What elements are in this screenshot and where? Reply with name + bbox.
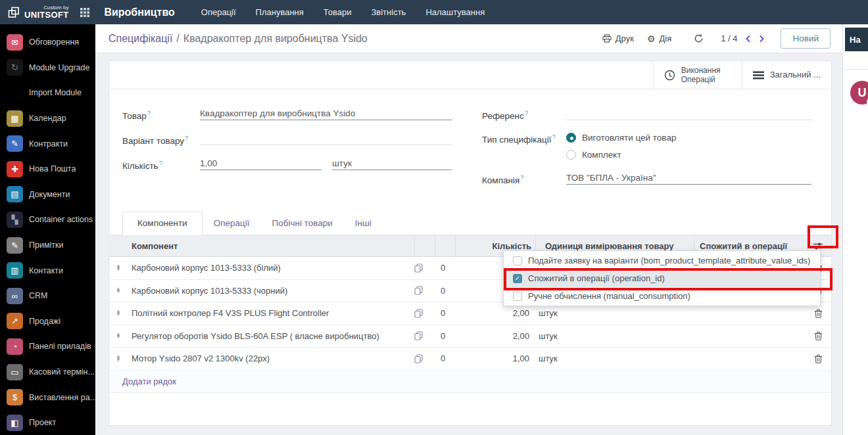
row-quantity[interactable]: 2,00: [454, 331, 529, 341]
radio-icon[interactable]: [566, 150, 576, 160]
variant-count: 0: [434, 354, 454, 363]
copy-icon[interactable]: [414, 286, 434, 295]
sidebar-item-module-upgrade[interactable]: ↻ Module Upgrade: [0, 55, 95, 81]
chevron-left-icon[interactable]: [745, 35, 751, 43]
apps-grid-icon[interactable]: [75, 0, 95, 24]
pager-value[interactable]: 1 / 4: [721, 34, 737, 43]
component-name[interactable]: Карбоновий корпус 1013-5333 (білий): [132, 263, 414, 273]
bom-type-option-kit[interactable]: Комплект: [566, 150, 811, 160]
stat-button-overview[interactable]: Загальний ...: [742, 61, 831, 89]
component-name[interactable]: Регулятор оборотів Ysido BLS-60A ESP ( в…: [132, 331, 414, 341]
row-quantity[interactable]: 2,00: [454, 308, 529, 318]
overlapping-squares-icon: [8, 7, 20, 18]
sidebar-item-crm[interactable]: ∞ CRM: [0, 283, 95, 309]
copy-icon[interactable]: [414, 354, 434, 363]
quantity-uom-field[interactable]: штук: [332, 158, 452, 170]
drag-handle-icon[interactable]: ▲▼: [116, 355, 132, 361]
help-marker: ?: [185, 134, 188, 141]
action-button[interactable]: ⚙ Дія: [647, 34, 671, 44]
app-name[interactable]: Виробництво: [104, 7, 174, 18]
sidebar-item-invoicing[interactable]: $ Виставлення ра...: [0, 384, 95, 410]
bom-type-option-manufacture[interactable]: Виготовляти цей товар: [566, 133, 811, 143]
right-panel-button[interactable]: На: [845, 28, 868, 51]
company-field[interactable]: ТОВ "БПЛА - Україна": [566, 173, 811, 185]
header-component: Компонент: [132, 241, 414, 251]
menu-products[interactable]: Товари: [324, 7, 352, 17]
sidebar-item-contracts[interactable]: ✎ Контракти: [0, 131, 95, 156]
sidebar-item-nova-poshta[interactable]: ✚ Нова Пошта: [0, 156, 95, 182]
sidebar-item-discuss[interactable]: ✉ Обговорення: [0, 30, 95, 55]
tab-byproducts[interactable]: Побічні товари: [260, 212, 343, 235]
chevron-right-icon[interactable]: [759, 35, 765, 43]
header-operation: Спожитий в операції: [694, 241, 805, 251]
component-name[interactable]: Карбоновий корпус 1013-5333 (чорний): [132, 286, 414, 296]
sidebar-item-import-module[interactable]: Import Module: [0, 80, 95, 106]
product-field[interactable]: Квадракоптер для виробництва Ysido: [200, 108, 452, 120]
radio-icon[interactable]: [566, 133, 576, 143]
menu-settings[interactable]: Налаштування: [425, 7, 485, 17]
row-uom[interactable]: штук: [529, 308, 687, 318]
container-actions-icon: ▚: [7, 212, 23, 228]
sidebar-item-project[interactable]: ◧ Проект: [0, 410, 95, 435]
component-name[interactable]: Політний контролер F4 V3S PLUS Flight Co…: [132, 308, 414, 318]
row-quantity[interactable]: 1,00: [454, 354, 529, 363]
unitsoft-logo[interactable]: Custom by UNITSOFT: [0, 5, 75, 19]
status-bar: Виконання Операцій Загальний ...: [109, 61, 831, 89]
sidebar-item-container-actions[interactable]: ▚ Container actions: [0, 207, 95, 233]
delete-row-icon[interactable]: [805, 309, 831, 318]
breadcrumb: Специфікації / Квадракоптер для виробниц…: [108, 33, 602, 45]
avatar[interactable]: U: [850, 81, 868, 104]
delete-row-icon[interactable]: [805, 331, 831, 340]
tab-misc[interactable]: Інші: [344, 212, 383, 235]
menu-operations[interactable]: Операції: [201, 7, 236, 17]
copy-icon[interactable]: [414, 309, 434, 318]
documents-icon: ▤: [7, 186, 23, 202]
breadcrumb-parent[interactable]: Специфікації: [108, 33, 172, 45]
contracts-icon: ✎: [7, 135, 23, 152]
menu-reporting[interactable]: Звітність: [371, 7, 406, 17]
sidebar-item-notes[interactable]: ✎ Примітки: [0, 233, 95, 258]
drag-handle-icon[interactable]: ▲▼: [116, 265, 132, 271]
drag-handle-icon[interactable]: ▲▼: [116, 288, 132, 294]
row-uom[interactable]: штук: [529, 354, 687, 363]
invoicing-icon: $: [7, 389, 23, 405]
quantity-field[interactable]: 1,00: [200, 158, 322, 170]
dropdown-item-manual-consumption[interactable]: Ручне обчислення (manual_consumption): [504, 287, 820, 305]
delete-row-icon[interactable]: [805, 354, 831, 363]
copy-icon[interactable]: [414, 331, 434, 340]
print-button[interactable]: Друк: [602, 34, 634, 43]
sidebar-item-dashboards[interactable]: ◔ Панелі приладів: [0, 334, 95, 359]
refresh-icon: [694, 34, 704, 43]
stat-button-work-orders[interactable]: Виконання Операцій: [653, 61, 742, 89]
optional-columns-icon[interactable]: [805, 242, 831, 250]
add-row-link[interactable]: Додати рядок: [122, 377, 176, 386]
variant-count: 0: [434, 308, 454, 318]
tab-components[interactable]: Компоненти: [122, 212, 203, 235]
refresh-button[interactable]: [694, 34, 704, 43]
row-uom[interactable]: штук: [529, 331, 687, 341]
crm-icon: ∞: [7, 288, 23, 304]
module-upgrade-icon: ↻: [7, 59, 23, 76]
menu-planning[interactable]: Планування: [256, 7, 304, 17]
dropdown-item-consumed-in-operation[interactable]: Спожитий в операції (operation_id): [504, 269, 820, 287]
top-navbar: Custom by UNITSOFT Виробництво Операції …: [0, 0, 868, 24]
help-marker: ?: [147, 109, 151, 116]
sidebar-item-calendar[interactable]: ▦ Календар: [0, 106, 95, 131]
dropdown-item-apply-variants[interactable]: Подайте заявку на варіанти (bom_product_…: [504, 252, 820, 269]
drag-handle-icon[interactable]: ▲▼: [116, 310, 132, 316]
new-button[interactable]: Новий: [781, 28, 831, 49]
sidebar-item-pos[interactable]: ▭ Касовий термін...: [0, 359, 95, 385]
copy-icon[interactable]: [414, 263, 434, 273]
variant-field[interactable]: [200, 134, 452, 145]
product-label: Товар?: [122, 109, 200, 121]
import-module-icon: [7, 85, 23, 101]
pos-icon: ▭: [7, 364, 23, 380]
tab-operations[interactable]: Операції: [203, 212, 261, 235]
sales-icon: ↗: [7, 313, 23, 329]
drag-handle-icon[interactable]: ▲▼: [116, 333, 132, 339]
sidebar-item-contacts[interactable]: ▥ Контакти: [0, 258, 95, 283]
sidebar-item-documents[interactable]: ▤ Документи: [0, 182, 95, 208]
reference-field[interactable]: [566, 109, 811, 120]
component-name[interactable]: Мотор Ysido 2807 v2 1300kv (22px): [132, 354, 414, 363]
sidebar-item-sales[interactable]: ↗ Продажі: [0, 309, 95, 334]
